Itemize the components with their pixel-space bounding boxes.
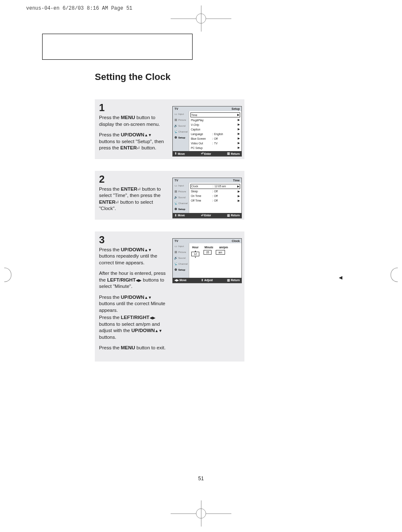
step-3-block: 3 Press the UP/DOWN▲▼ buttons repeatedly… bbox=[95, 231, 244, 362]
up-down-icon: ▲▼ bbox=[144, 248, 152, 252]
chapter-banner-box bbox=[42, 34, 193, 60]
page-number: 51 bbox=[198, 476, 204, 481]
osd-menu-row: Caption▶ bbox=[190, 127, 240, 131]
left-right-icon: ◀▶ bbox=[136, 278, 142, 282]
page-title: Setting the Clock bbox=[95, 72, 362, 82]
osd-menu-row: Language:English▶ bbox=[190, 132, 240, 136]
enter-icon: ⏎ bbox=[115, 200, 119, 205]
crop-mark-top bbox=[171, 13, 231, 24]
step-1-text: Press the MENU button to display the on-… bbox=[99, 114, 169, 152]
step-2-text: Press the ENTER⏎ button to select "Time"… bbox=[99, 186, 169, 212]
osd-screenshot-time: TVTime ▭Input ▦Picture 🔊Sound 📡Channel ⚙… bbox=[172, 178, 242, 218]
enter-icon: ⏎ bbox=[137, 187, 141, 192]
osd-menu-row: Sleep:Off▶ bbox=[190, 189, 240, 194]
print-header: venus-04-en 6/28/03 8:16 AM Page 51 bbox=[26, 5, 132, 11]
osd-menu-row: Off Time:Off▶ bbox=[190, 199, 240, 203]
osd-menu-row: PC Setup▶ bbox=[190, 146, 240, 150]
step-3-text: Press the UP/DOWN▲▼ buttons repeatedly u… bbox=[99, 247, 169, 351]
osd-screenshot-clock: TVClock ▭Input ▦Picture 🔊Sound 📡Channel … bbox=[172, 238, 242, 283]
up-down-icon: ▲▼ bbox=[144, 133, 152, 137]
crop-mark-right bbox=[391, 268, 398, 282]
step-1-block: 1 Press the MENU button to display the o… bbox=[95, 99, 244, 159]
osd-menu-row: Plug&Play▶ bbox=[190, 118, 240, 122]
osd-menu-row: Time▶ bbox=[190, 112, 240, 117]
osd-menu-row: Blue Screen:Off▶ bbox=[190, 136, 240, 141]
crop-mark-bottom bbox=[171, 508, 231, 519]
step-2-block: 2 Press the ENTER⏎ button to select "Tim… bbox=[95, 171, 244, 220]
osd-screenshot-setup: TVSetup ▭Input ▦Picture 🔊Sound 📡Channel … bbox=[172, 106, 242, 157]
osd-menu-row: V-Chip▶ bbox=[190, 122, 240, 127]
crop-mark-left bbox=[4, 268, 11, 282]
osd-menu-row: On Time:Off▶ bbox=[190, 194, 240, 198]
osd-menu-row: Video Out:TV▶ bbox=[190, 141, 240, 145]
osd-menu-row: Clock:12:05 am▶ bbox=[190, 184, 240, 189]
up-down-icon: ▲▼ bbox=[155, 329, 162, 333]
up-down-icon: ▲▼ bbox=[144, 295, 152, 300]
left-right-icon: ◀▶ bbox=[150, 316, 155, 320]
